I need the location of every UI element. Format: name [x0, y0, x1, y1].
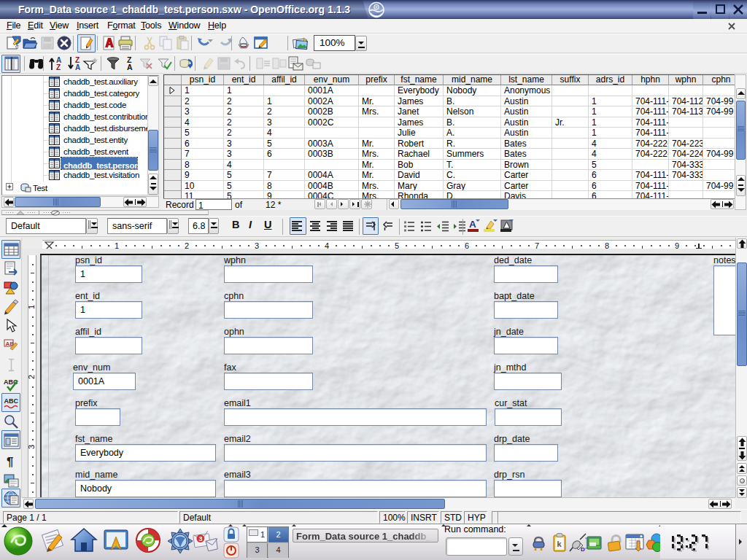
svg-text:Z: Z [56, 63, 61, 71]
svg-text:3: 3 [199, 535, 203, 542]
svg-text:A: A [127, 63, 133, 71]
svg-text:A: A [75, 63, 80, 71]
svg-text:k: k [557, 540, 562, 548]
svg-text:ABC: ABC [4, 397, 19, 405]
